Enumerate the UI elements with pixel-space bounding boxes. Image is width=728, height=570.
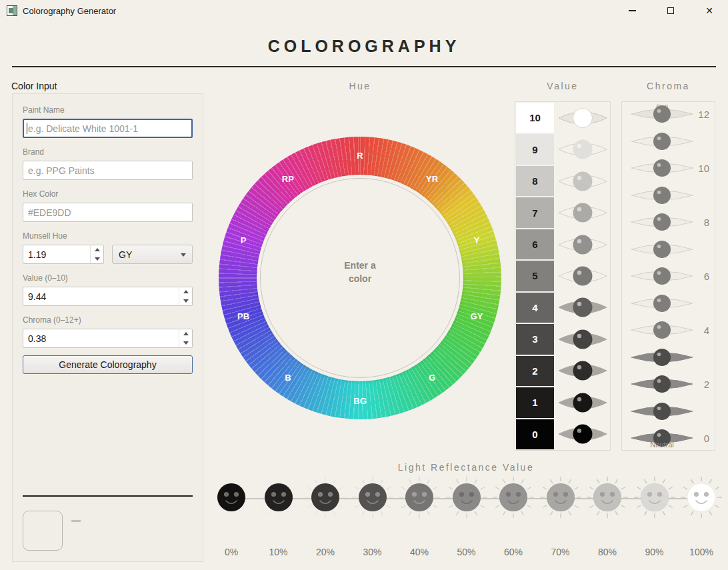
value-row-5: 5	[515, 260, 610, 291]
eye-icon	[555, 422, 610, 446]
lrv-percent-label: 90%	[645, 547, 663, 557]
value-spinner	[23, 287, 193, 306]
hex-color-label: Hex Color	[23, 189, 193, 199]
paint-name-input[interactable]	[23, 119, 193, 138]
hex-color-input[interactable]	[23, 203, 193, 222]
app-icon	[7, 5, 17, 16]
lrv-percent-label: 20%	[316, 547, 335, 557]
hue-label-pb: PB	[237, 311, 249, 321]
smiley-sun-icon	[397, 475, 441, 519]
chroma-section-title: Chroma	[621, 81, 715, 91]
chroma-input[interactable]	[23, 329, 179, 347]
lrv-face-60	[491, 475, 535, 522]
munsell-hue-spin-down[interactable]	[91, 255, 103, 264]
page-title: COLOROGRAPHY	[0, 37, 728, 56]
chroma-row-9	[630, 185, 694, 205]
hue-section-title: Hue	[293, 81, 427, 91]
generate-colorography-button[interactable]: Generate Colorography	[23, 355, 193, 374]
smiley-sun-icon	[351, 475, 395, 519]
value-input[interactable]	[23, 287, 179, 305]
chroma-row-1	[630, 401, 694, 421]
chroma-row-6	[630, 266, 694, 286]
spin-down-icon	[95, 257, 100, 261]
eye-icon	[630, 293, 694, 313]
eye-icon	[555, 169, 610, 193]
chroma-tick-12: 12	[698, 109, 709, 120]
chroma-tick-10: 10	[698, 163, 709, 174]
lrv-face-0	[209, 475, 253, 522]
eye-icon	[555, 391, 610, 415]
lrv-face-30	[351, 475, 395, 522]
smiley-sun-icon	[491, 475, 535, 519]
chroma-row-12	[630, 104, 694, 124]
lrv-percent-label: 10%	[269, 547, 287, 557]
value-row-10: 10	[515, 102, 610, 133]
value-row-8: 8	[515, 165, 610, 197]
chroma-tick-6: 6	[704, 271, 709, 282]
spin-up-icon	[95, 248, 100, 251]
maximize-button[interactable]	[655, 0, 686, 21]
chroma-label: Chroma (0–12+)	[23, 315, 193, 325]
munsell-hue-input[interactable]	[23, 245, 90, 263]
value-section-title: Value	[515, 81, 611, 91]
value-row-4: 4	[515, 292, 610, 323]
value-chip-0: 0	[515, 419, 555, 450]
lrv-percent-label: 100%	[689, 547, 713, 557]
hue-wheel: RYRYGYGBGBPBPRP Enter a color	[219, 137, 501, 419]
chroma-tick-8: 8	[704, 217, 709, 228]
value-row-3: 3	[515, 323, 610, 355]
lrv-face-80	[585, 475, 629, 522]
eye-icon	[630, 131, 694, 151]
spin-up-icon	[183, 290, 189, 293]
text-caret	[27, 123, 27, 134]
eye-icon	[555, 201, 610, 225]
spin-down-icon	[183, 341, 189, 345]
value-row-7: 7	[515, 197, 610, 228]
chroma-row-8	[630, 212, 694, 232]
smiley-sun-icon	[679, 475, 723, 519]
hue-family-selected: GY	[119, 249, 132, 260]
chroma-tick-4: 4	[704, 325, 709, 336]
eye-icon	[555, 106, 610, 130]
lrv-percent-label: 70%	[551, 547, 569, 557]
value-spin-up[interactable]	[179, 287, 192, 297]
value-label: Value (0–10)	[23, 273, 193, 283]
eye-icon	[630, 104, 694, 124]
lrv-percent-label: 30%	[363, 547, 381, 557]
paint-name-label: Paint Name	[23, 105, 193, 115]
chroma-tick-0: 0	[704, 433, 709, 444]
brand-input[interactable]	[23, 161, 193, 180]
value-chip-3: 3	[515, 323, 555, 355]
value-chip-5: 5	[515, 260, 555, 291]
lrv-face-20	[303, 475, 347, 522]
chroma-scale-panel: Full121086420Neutral	[621, 101, 715, 451]
eye-icon	[555, 327, 610, 351]
color-swatch	[23, 511, 63, 551]
munsell-hue-spin-up[interactable]	[91, 245, 103, 255]
chroma-spin-up[interactable]	[179, 329, 192, 339]
eye-icon	[555, 359, 610, 383]
hue-family-dropdown[interactable]: GY	[112, 245, 193, 264]
lrv-face-100	[679, 475, 723, 522]
smiley-sun-icon	[585, 475, 629, 519]
chroma-tick-2: 2	[704, 379, 709, 390]
result-divider	[23, 495, 193, 497]
chroma-spin-down[interactable]	[179, 339, 192, 348]
color-input-panel: Paint Name Brand Hex Color Munsell Hue G…	[12, 93, 203, 562]
lrv-percent-label: 0%	[225, 547, 238, 557]
hue-label-y: Y	[474, 235, 480, 245]
lrv-face-50	[445, 475, 489, 522]
lrv-percent-label: 50%	[457, 547, 475, 557]
value-chip-8: 8	[515, 165, 555, 197]
value-spin-down[interactable]	[179, 297, 192, 306]
close-button[interactable]: ✕	[694, 0, 725, 21]
chroma-row-2	[630, 374, 694, 394]
titlebar: Colorography Generator ✕	[0, 0, 728, 21]
spin-up-icon	[183, 332, 189, 335]
minimize-button[interactable]	[617, 0, 647, 21]
brand-label: Brand	[23, 147, 193, 157]
value-chip-1: 1	[515, 387, 555, 418]
maximize-icon	[667, 7, 674, 14]
eye-icon	[630, 401, 694, 421]
value-chip-4: 4	[515, 292, 555, 323]
